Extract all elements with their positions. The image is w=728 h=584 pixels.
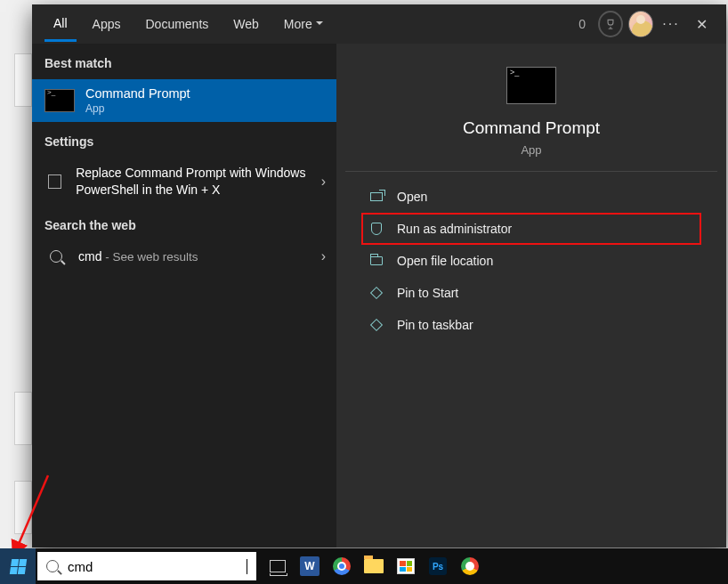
start-button[interactable] (0, 548, 36, 584)
taskbar-search-input[interactable] (68, 559, 247, 574)
action-open[interactable]: Open (361, 181, 701, 213)
trophy-icon (598, 11, 623, 37)
search-filter-tabs: All Apps Documents Web More 0 ··· ✕ (32, 4, 726, 44)
settings-heading: Settings (32, 122, 336, 158)
results-column: Best match Command Prompt App Settings R… (32, 44, 336, 548)
search-web-heading: Search the web (32, 206, 336, 241)
chevron-right-icon: › (321, 174, 326, 190)
taskbar-chrome-canary[interactable] (459, 556, 481, 577)
photoshop-icon: Ps (429, 557, 447, 575)
search-icon (50, 250, 62, 263)
web-term: cmd (78, 249, 101, 264)
action-label: Open (397, 190, 427, 204)
preview-actions: Open Run as administrator Open file loca… (345, 172, 717, 350)
close-button[interactable]: ✕ (689, 12, 714, 36)
chrome-canary-icon (461, 557, 479, 575)
pin-icon (368, 286, 384, 300)
pin-icon (368, 318, 384, 332)
preview-column: Command Prompt App Open Run as administr… (336, 44, 726, 548)
windows-logo-icon (9, 559, 26, 574)
action-label: Run as administrator (397, 222, 512, 236)
background-window-stub (14, 392, 32, 445)
search-icon (46, 560, 59, 572)
options-button[interactable]: ··· (659, 12, 684, 36)
taskbar-photoshop[interactable]: Ps (427, 556, 449, 577)
action-label: Pin to Start (397, 286, 458, 300)
rewards-badge-button[interactable] (598, 12, 623, 36)
taskbar-chrome[interactable] (331, 556, 352, 577)
tab-apps[interactable]: Apps (84, 8, 130, 40)
result-title: Command Prompt (85, 86, 190, 101)
microsoft-store-icon (397, 558, 415, 574)
shield-icon (368, 222, 384, 236)
setting-item-label: Replace Command Prompt with Windows Powe… (76, 165, 324, 199)
action-pin-to-taskbar[interactable]: Pin to taskbar (361, 309, 701, 341)
result-web-cmd[interactable]: cmd - See web results › (32, 241, 336, 272)
tab-web[interactable]: Web (224, 8, 268, 40)
command-prompt-icon (506, 67, 556, 104)
word-icon: W (300, 556, 320, 576)
preview-subtitle: App (345, 143, 717, 157)
taskbar: W Ps (0, 548, 728, 584)
preview-header: Command Prompt App (345, 44, 717, 172)
task-view-button[interactable] (267, 556, 288, 577)
chrome-icon (333, 557, 351, 575)
best-match-heading: Best match (32, 44, 336, 79)
ellipsis-icon: ··· (662, 16, 679, 32)
action-open-file-location[interactable]: Open file location (361, 245, 701, 277)
action-label: Open file location (397, 254, 493, 268)
result-setting-replace-cmd[interactable]: Replace Command Prompt with Windows Powe… (32, 158, 336, 206)
start-search-panel: All Apps Documents Web More 0 ··· ✕ Best… (32, 4, 726, 548)
action-run-as-administrator[interactable]: Run as administrator (361, 213, 701, 245)
text-cursor (247, 559, 247, 574)
taskbar-file-explorer[interactable] (363, 556, 384, 577)
taskbar-search-box[interactable] (37, 552, 256, 580)
preview-title: Command Prompt (345, 118, 717, 138)
action-pin-to-start[interactable]: Pin to Start (361, 277, 701, 309)
action-label: Pin to taskbar (397, 318, 473, 332)
web-suffix: - See web results (101, 250, 198, 264)
tab-documents[interactable]: Documents (136, 8, 217, 40)
close-icon: ✕ (696, 16, 708, 33)
file-explorer-icon (364, 559, 384, 573)
tab-more[interactable]: More (275, 8, 332, 40)
background-window-stub (14, 481, 32, 534)
rewards-count: 0 (578, 17, 586, 31)
avatar-icon (628, 11, 653, 37)
user-avatar-button[interactable] (628, 12, 653, 36)
taskbar-word[interactable]: W (299, 556, 320, 577)
background-window-stub (14, 53, 32, 107)
command-prompt-icon (44, 89, 75, 112)
open-icon (368, 190, 384, 204)
task-view-icon (270, 560, 286, 572)
result-command-prompt[interactable]: Command Prompt App (32, 79, 336, 122)
taskbar-ms-store[interactable] (395, 556, 417, 577)
result-subtitle: App (85, 102, 190, 115)
settings-monitor-icon (48, 174, 61, 189)
folder-icon (368, 254, 384, 268)
chevron-right-icon: › (321, 248, 326, 264)
tab-all[interactable]: All (44, 7, 77, 42)
